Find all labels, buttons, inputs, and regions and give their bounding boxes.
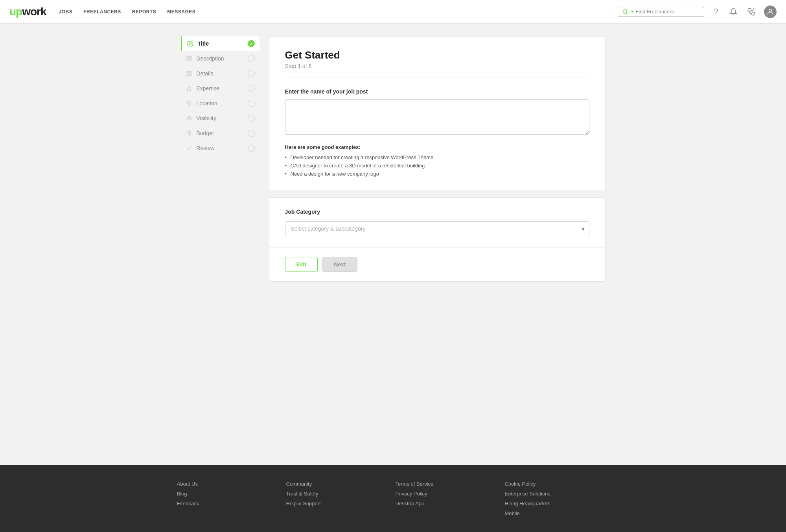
job-name-label: Enter the name of your job post [285, 88, 589, 95]
title-check: ✓ [248, 40, 255, 47]
examples-list: Developer needed for creating a responsi… [285, 153, 589, 178]
svg-rect-11 [187, 74, 189, 76]
footer-col-3: Terms of Service Privacy Policy Desktop … [396, 481, 500, 516]
footer-mobile[interactable]: Mobile [505, 510, 609, 516]
job-name-input[interactable] [285, 99, 589, 135]
search-dropdown-icon [631, 10, 634, 14]
footer-hiring-hq[interactable]: Hiring Headquarters [505, 501, 609, 506]
search-input[interactable] [635, 9, 700, 15]
description-check [248, 55, 255, 62]
description-icon [186, 55, 193, 62]
sidebar-item-expertise-label: Expertise [197, 85, 219, 92]
category-label: Job Category [285, 209, 589, 215]
footer-privacy[interactable]: Privacy Policy [396, 491, 500, 497]
budget-check [248, 130, 255, 137]
footer-feedback[interactable]: Feedback [177, 501, 282, 506]
nav-reports[interactable]: REPORTS [132, 9, 156, 15]
card-title: Get Started [285, 49, 589, 61]
footer-grid: About Us Blog Feedback Community Trust &… [177, 481, 609, 516]
nav-messages[interactable]: MESSAGES [167, 9, 195, 15]
footer-help-support[interactable]: Help & Support [286, 501, 391, 506]
search-bar[interactable] [618, 7, 704, 17]
card-subtitle: Step 1 of 8 [285, 63, 589, 69]
sidebar-item-details[interactable]: Details [181, 66, 260, 81]
footer-community[interactable]: Community [286, 481, 391, 487]
logo[interactable]: upwork [9, 6, 46, 18]
example-item-1: Developer needed for creating a responsi… [285, 153, 589, 161]
example-item-2: CAD designer to create a 3D model of a r… [285, 161, 589, 170]
content-area: Get Started Step 1 of 8 Enter the name o… [269, 36, 606, 453]
expertise-icon [186, 85, 193, 92]
visibility-check [248, 115, 255, 122]
footer-about-us[interactable]: About Us [177, 481, 282, 487]
sidebar-item-visibility-label: Visibility [197, 115, 216, 121]
footer-col-1: About Us Blog Feedback [177, 481, 282, 516]
svg-point-0 [623, 9, 627, 13]
sidebar-item-details-label: Details [197, 70, 214, 77]
examples-section: Here are some good examples: Developer n… [285, 144, 589, 178]
header-right: ? [618, 6, 777, 18]
card-header: Get Started Step 1 of 8 [285, 49, 589, 77]
job-category-card: Job Category Select category & subcatego… [269, 197, 606, 282]
footer-blog[interactable]: Blog [177, 491, 282, 497]
switch-account-icon[interactable] [745, 6, 758, 18]
sidebar-item-budget-label: Budget [197, 130, 214, 136]
help-icon[interactable]: ? [711, 6, 722, 17]
job-category-inner: Job Category Select category & subcatego… [269, 198, 605, 247]
avatar[interactable] [764, 6, 777, 18]
sidebar: Title ✓ Description Details [181, 36, 260, 453]
sidebar-item-visibility[interactable]: Visibility [181, 111, 260, 126]
sidebar-item-location-label: Location [197, 100, 217, 106]
visibility-icon [186, 115, 193, 122]
search-icon [622, 9, 628, 15]
sidebar-item-description-label: Description [197, 55, 224, 62]
svg-rect-10 [190, 71, 191, 73]
location-icon [186, 100, 193, 107]
budget-icon [186, 130, 193, 137]
location-check [248, 100, 255, 107]
svg-rect-9 [187, 71, 189, 73]
svg-point-14 [188, 117, 190, 119]
sidebar-item-description[interactable]: Description [181, 51, 260, 66]
action-section: Exit Next [269, 248, 605, 281]
svg-line-1 [626, 13, 628, 14]
svg-point-3 [752, 12, 755, 15]
main-layout: Title ✓ Description Details [157, 24, 629, 465]
category-select-wrapper: Select category & subcategory [285, 221, 589, 236]
nav-freelancers[interactable]: FREELANCERS [83, 9, 121, 15]
svg-point-4 [769, 9, 772, 12]
sidebar-item-expertise[interactable]: Expertise [181, 81, 260, 96]
notifications-icon[interactable] [728, 6, 739, 17]
nav-jobs[interactable]: JOBS [59, 9, 73, 15]
logo-text: upwork [9, 6, 46, 18]
expertise-check [248, 85, 255, 92]
get-started-card: Get Started Step 1 of 8 Enter the name o… [269, 36, 606, 191]
pencil-icon [187, 40, 194, 47]
sidebar-item-title-label: Title [198, 40, 209, 47]
sidebar-item-location[interactable]: Location [181, 96, 260, 111]
details-icon [186, 70, 193, 77]
footer: About Us Blog Feedback Community Trust &… [0, 465, 786, 532]
footer-enterprise[interactable]: Enterprise Solutions [505, 491, 609, 497]
sidebar-item-title[interactable]: Title ✓ [181, 36, 260, 51]
footer-col-4: Cookie Policy Enterprise Solutions Hirin… [505, 481, 609, 516]
header: upwork JOBS FREELANCERS REPORTS MESSAGES… [0, 0, 786, 24]
footer-col-2: Community Trust & Safety Help & Support [286, 481, 391, 516]
category-select[interactable]: Select category & subcategory [285, 221, 589, 236]
footer-cookie-policy[interactable]: Cookie Policy [505, 481, 609, 487]
review-icon [186, 145, 193, 152]
footer-trust-safety[interactable]: Trust & Safety [286, 491, 391, 497]
svg-point-2 [748, 8, 751, 11]
example-item-3: Need a design for a new company logo [285, 170, 589, 178]
sidebar-item-review[interactable]: Review [181, 141, 260, 156]
exit-button[interactable]: Exit [285, 257, 318, 272]
sidebar-item-review-label: Review [197, 145, 215, 151]
next-button[interactable]: Next [322, 257, 357, 272]
footer-terms[interactable]: Terms of Service [396, 481, 500, 487]
sidebar-item-budget[interactable]: Budget [181, 126, 260, 141]
review-check [248, 145, 255, 152]
svg-rect-12 [190, 74, 191, 76]
footer-desktop-app[interactable]: Desktop App [396, 501, 500, 506]
details-check [248, 70, 255, 77]
main-nav: JOBS FREELANCERS REPORTS MESSAGES [59, 9, 196, 15]
